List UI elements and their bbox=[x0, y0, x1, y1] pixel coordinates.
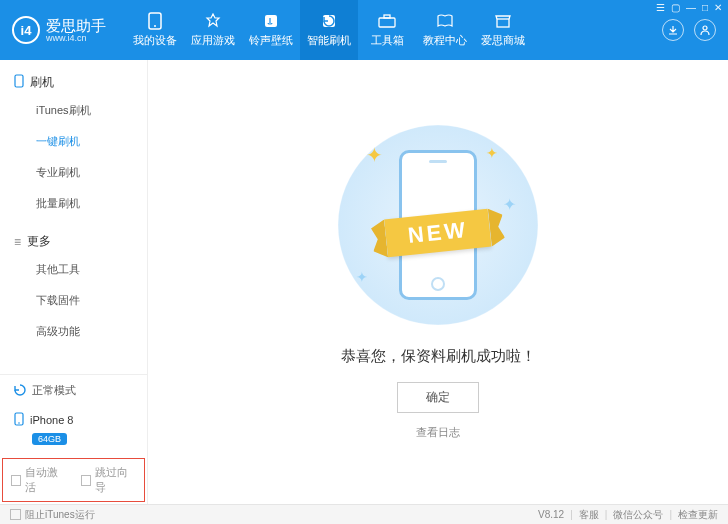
sidebar-item-pro-flash[interactable]: 专业刷机 bbox=[0, 157, 147, 188]
maximize-icon[interactable]: □ bbox=[702, 2, 708, 13]
body: 刷机 iTunes刷机 一键刷机 专业刷机 批量刷机 ≡ 更多 其他工具 下载固… bbox=[0, 60, 728, 504]
nav-ringtones[interactable]: 铃声壁纸 bbox=[242, 0, 300, 60]
sidebar-item-advanced[interactable]: 高级功能 bbox=[0, 316, 147, 347]
logo[interactable]: i4 爱思助手 www.i4.cn bbox=[12, 16, 106, 44]
svg-rect-8 bbox=[15, 75, 23, 87]
section-title: 刷机 bbox=[30, 74, 54, 91]
refresh-icon bbox=[14, 384, 26, 398]
window-controls: ☰ ▢ — □ ✕ bbox=[656, 2, 722, 13]
success-illustration: ✦ ✦ ✦ ✦ NEW bbox=[338, 125, 538, 325]
svg-rect-2 bbox=[265, 15, 277, 27]
checkbox-label: 跳过向导 bbox=[95, 465, 136, 495]
section-title: 更多 bbox=[27, 233, 51, 250]
device-name: iPhone 8 bbox=[30, 414, 73, 426]
checkbox-label: 自动激活 bbox=[25, 465, 66, 495]
skip-wizard-checkbox[interactable]: 跳过向导 bbox=[81, 465, 137, 495]
music-icon bbox=[262, 12, 280, 30]
header: i4 爱思助手 www.i4.cn 我的设备 应用游戏 铃声壁纸 bbox=[0, 0, 728, 60]
sidebar-item-download-firmware[interactable]: 下载固件 bbox=[0, 285, 147, 316]
nav-label: 教程中心 bbox=[423, 33, 467, 48]
star-icon: ✦ bbox=[366, 143, 383, 167]
auto-activate-checkbox[interactable]: 自动激活 bbox=[11, 465, 67, 495]
book-icon bbox=[436, 12, 454, 30]
nav-shop[interactable]: 爱思商城 bbox=[474, 0, 532, 60]
download-button[interactable] bbox=[662, 19, 684, 41]
footer-link-update[interactable]: 检查更新 bbox=[678, 508, 718, 522]
checkbox-icon bbox=[81, 475, 91, 486]
top-nav: 我的设备 应用游戏 铃声壁纸 智能刷机 工具箱 bbox=[126, 0, 662, 60]
footer: 阻止iTunes运行 V8.12 | 客服 | 微信公众号 | 检查更新 bbox=[0, 504, 728, 524]
flash-icon bbox=[320, 12, 338, 30]
star-icon: ✦ bbox=[486, 145, 498, 161]
nav-label: 智能刷机 bbox=[307, 33, 351, 48]
sidebar-item-onekey-flash[interactable]: 一键刷机 bbox=[0, 126, 147, 157]
settings-icon[interactable]: ☰ bbox=[656, 2, 665, 13]
sidebar-section-flash: 刷机 bbox=[0, 68, 147, 95]
nav-tutorials[interactable]: 教程中心 bbox=[416, 0, 474, 60]
star-icon: ✦ bbox=[503, 195, 516, 214]
nav-label: 我的设备 bbox=[133, 33, 177, 48]
confirm-button[interactable]: 确定 bbox=[397, 382, 479, 413]
svg-rect-4 bbox=[379, 18, 395, 27]
shop-icon bbox=[494, 12, 512, 30]
nav-my-device[interactable]: 我的设备 bbox=[126, 0, 184, 60]
nav-label: 工具箱 bbox=[371, 33, 404, 48]
mode-row[interactable]: 正常模式 bbox=[0, 375, 147, 406]
footer-link-support[interactable]: 客服 bbox=[579, 508, 599, 522]
apps-icon bbox=[204, 12, 222, 30]
logo-mark-icon: i4 bbox=[12, 16, 40, 44]
checkbox-icon bbox=[10, 509, 21, 520]
device-phone-icon bbox=[14, 412, 24, 428]
more-icon: ≡ bbox=[14, 235, 21, 249]
sidebar: 刷机 iTunes刷机 一键刷机 专业刷机 批量刷机 ≡ 更多 其他工具 下载固… bbox=[0, 60, 148, 504]
block-itunes-checkbox[interactable]: 阻止iTunes运行 bbox=[10, 508, 95, 522]
phone-icon bbox=[146, 12, 164, 30]
sidebar-bottom: 正常模式 iPhone 8 64GB 自动激活 跳过向导 bbox=[0, 374, 147, 504]
svg-point-1 bbox=[154, 25, 156, 27]
header-right bbox=[662, 19, 716, 41]
nav-label: 铃声壁纸 bbox=[249, 33, 293, 48]
footer-link-wechat[interactable]: 微信公众号 bbox=[613, 508, 663, 522]
nav-label: 爱思商城 bbox=[481, 33, 525, 48]
sidebar-item-itunes-flash[interactable]: iTunes刷机 bbox=[0, 95, 147, 126]
device-row[interactable]: iPhone 8 64GB bbox=[0, 406, 147, 456]
version-label: V8.12 bbox=[538, 509, 564, 520]
nav-apps[interactable]: 应用游戏 bbox=[184, 0, 242, 60]
sidebar-item-batch-flash[interactable]: 批量刷机 bbox=[0, 188, 147, 219]
minimize-icon[interactable]: — bbox=[686, 2, 696, 13]
svg-point-10 bbox=[18, 422, 20, 424]
skin-icon[interactable]: ▢ bbox=[671, 2, 680, 13]
user-button[interactable] bbox=[694, 19, 716, 41]
close-icon[interactable]: ✕ bbox=[714, 2, 722, 13]
nav-flash[interactable]: 智能刷机 bbox=[300, 0, 358, 60]
view-log-link[interactable]: 查看日志 bbox=[416, 425, 460, 440]
logo-text: 爱思助手 bbox=[46, 18, 106, 33]
mode-label: 正常模式 bbox=[32, 383, 76, 398]
svg-rect-5 bbox=[384, 15, 390, 18]
success-message: 恭喜您，保资料刷机成功啦！ bbox=[341, 347, 536, 366]
star-icon: ✦ bbox=[356, 269, 368, 285]
svg-rect-6 bbox=[497, 19, 509, 27]
options-row: 自动激活 跳过向导 bbox=[2, 458, 145, 502]
logo-url: www.i4.cn bbox=[46, 33, 106, 43]
storage-badge: 64GB bbox=[32, 433, 67, 445]
sidebar-item-other-tools[interactable]: 其他工具 bbox=[0, 254, 147, 285]
checkbox-label: 阻止iTunes运行 bbox=[25, 508, 95, 522]
svg-point-7 bbox=[703, 26, 707, 30]
nav-toolbox[interactable]: 工具箱 bbox=[358, 0, 416, 60]
nav-label: 应用游戏 bbox=[191, 33, 235, 48]
checkbox-icon bbox=[11, 475, 21, 486]
phone-outline-icon bbox=[14, 74, 24, 91]
main-content: ✦ ✦ ✦ ✦ NEW 恭喜您，保资料刷机成功啦！ 确定 查看日志 bbox=[148, 60, 728, 504]
sidebar-section-more: ≡ 更多 bbox=[0, 227, 147, 254]
toolbox-icon bbox=[378, 12, 396, 30]
